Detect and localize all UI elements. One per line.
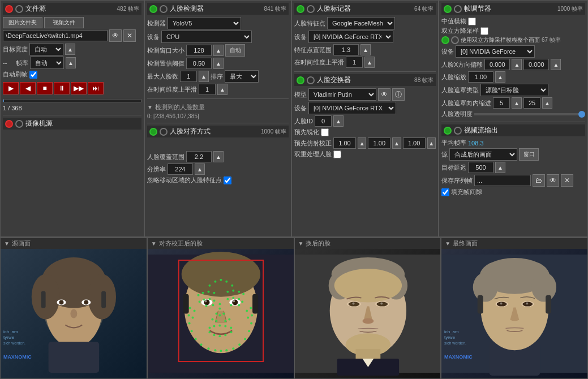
erode-up[interactable]: ▲ <box>512 97 522 109</box>
btn-play[interactable]: ▶ <box>3 82 19 94</box>
source-select[interactable]: 合成后的画面 <box>449 148 517 161</box>
erode-label: 人脸遮罩向内缩进 <box>441 99 491 107</box>
top-panels: 文件源 482 帧率 图片文件夹 视频文件 👁 ✕ 目标宽度 自动 ▲ <box>0 0 588 238</box>
marker-smooth-input[interactable] <box>346 57 363 68</box>
presim-up2[interactable]: ▲ <box>392 137 401 149</box>
marker-range-up[interactable]: ▲ <box>360 44 371 55</box>
window-size-up[interactable]: ▲ <box>213 45 224 56</box>
eye-btn-save[interactable]: 👁 <box>547 174 559 187</box>
power-btn-marker[interactable] <box>297 5 304 13</box>
btn-end[interactable]: ⏭ <box>88 82 104 94</box>
max-faces-input[interactable] <box>180 71 197 82</box>
presim-input3[interactable] <box>403 137 426 149</box>
power-btn-file[interactable] <box>5 5 13 13</box>
marker-smooth-up[interactable]: ▲ <box>364 57 375 68</box>
svg-text:sich werden.: sich werden. <box>444 341 466 345</box>
power-btn-detector[interactable] <box>149 5 157 13</box>
presim-up3[interactable]: ▲ <box>427 137 436 149</box>
face-id-input[interactable] <box>315 115 332 127</box>
btn-next[interactable]: ▶▶ <box>71 82 87 94</box>
x-offset-up[interactable]: ▲ <box>512 59 522 70</box>
blur-input[interactable] <box>523 97 540 109</box>
detected-section[interactable]: ▼ 检测到的人脸数量 <box>147 103 289 111</box>
scale-input[interactable] <box>468 71 493 83</box>
close-btn-save[interactable]: ✕ <box>561 174 573 187</box>
max-faces-up[interactable]: ▲ <box>199 71 209 82</box>
pre-sharpen-checkbox[interactable] <box>321 128 329 136</box>
info-btn-model[interactable]: ⓘ <box>392 88 405 101</box>
adj-device-select[interactable]: [0] NVIDIA GeForce <box>456 45 535 58</box>
power-btn-aligner[interactable] <box>149 128 157 136</box>
y-offset-up[interactable]: ▲ <box>551 59 561 70</box>
dual-proc-checkbox[interactable] <box>333 150 341 158</box>
detector-smooth-input[interactable] <box>199 84 216 95</box>
folder-btn[interactable]: 🗁 <box>533 174 545 187</box>
fps-select[interactable]: 自动 <box>30 57 64 69</box>
swapper-device-select[interactable]: [0] NVIDIA GeForce RTX <box>308 102 396 114</box>
presim-up1[interactable]: ▲ <box>358 137 366 149</box>
face-id-up[interactable]: ▲ <box>333 115 344 127</box>
btn-stop[interactable]: ■ <box>37 82 53 94</box>
detector-smooth-up[interactable]: ▲ <box>217 84 228 95</box>
scale-up[interactable]: ▲ <box>495 71 505 83</box>
window-btn[interactable]: 窗口 <box>519 148 539 161</box>
auto-feed-checkbox[interactable] <box>29 71 37 79</box>
power-btn-camera[interactable] <box>5 120 13 128</box>
ignore-moving-checkbox[interactable] <box>224 176 231 184</box>
tab-video-file[interactable]: 视频文件 <box>44 17 84 28</box>
face-swapper-title: 人脸交换器 <box>317 75 412 85</box>
x-offset-input[interactable] <box>484 59 510 70</box>
target-width-up[interactable]: ▲ <box>65 44 75 55</box>
frame-progress[interactable] <box>3 99 141 102</box>
threshold-up[interactable]: ▲ <box>213 58 224 69</box>
btn-prev[interactable]: ◀ <box>20 82 36 94</box>
bilateral-checkbox[interactable] <box>480 27 488 35</box>
detector-device-select[interactable]: CPU <box>161 31 252 43</box>
presim-input1[interactable] <box>333 137 356 149</box>
model-select[interactable]: Vladimir Putin <box>308 88 376 101</box>
delay-up[interactable]: ▲ <box>495 162 505 173</box>
svg-point-59 <box>224 320 226 322</box>
marker-device-select[interactable]: [0] NVIDIA GeForce RTX 3 <box>308 31 393 43</box>
marker-range-input[interactable] <box>333 44 359 55</box>
save-path-input[interactable] <box>474 175 531 186</box>
window-size-input[interactable] <box>186 45 212 56</box>
resolution-up[interactable]: ▲ <box>195 163 205 175</box>
blur-up[interactable]: ▲ <box>542 97 552 109</box>
landmark-select[interactable]: Google FaceMesh <box>327 17 395 29</box>
median-checkbox[interactable] <box>468 18 476 25</box>
resolution-input[interactable] <box>168 163 193 175</box>
btn-pause[interactable]: ⏸ <box>54 82 70 94</box>
svg-point-80 <box>225 349 228 351</box>
detector-select[interactable]: YoloV5 <box>168 17 241 29</box>
eye-btn-model[interactable]: 👁 <box>378 88 390 101</box>
bilateral-label: 双立方降采样 <box>441 27 479 35</box>
opacity-slider[interactable] <box>474 113 585 115</box>
eye-btn-file[interactable]: 👁 <box>109 29 122 42</box>
delay-input[interactable] <box>468 162 493 173</box>
fps-up[interactable]: ▲ <box>66 57 76 68</box>
presim-input2[interactable] <box>368 137 390 149</box>
file-path-input[interactable] <box>3 30 108 41</box>
power-btn-stream[interactable] <box>444 127 452 135</box>
svg-point-79 <box>220 350 222 352</box>
tab-image-folder[interactable]: 图片文件夹 <box>3 17 42 28</box>
power-btn-adjuster[interactable] <box>444 5 452 13</box>
coverage-input[interactable] <box>186 151 212 162</box>
power-btn-bilateral[interactable] <box>441 36 449 44</box>
power-btn-swapper[interactable] <box>297 76 304 84</box>
pre-sharpen-row: 预先锐化 <box>294 128 436 136</box>
detector-type-row: 检测器 YoloV5 <box>147 17 289 29</box>
svg-text:ich_am: ich_am <box>3 329 18 334</box>
auto-btn-window[interactable]: 自动 <box>225 44 245 57</box>
target-width-select[interactable]: 自动 <box>29 43 63 55</box>
erode-input[interactable] <box>493 97 510 109</box>
close-btn-file[interactable]: ✕ <box>123 29 136 42</box>
fill-frames-checkbox[interactable] <box>441 188 449 196</box>
y-offset-input[interactable] <box>523 59 549 70</box>
threshold-input[interactable] <box>186 58 212 69</box>
sort-select[interactable]: 最大 <box>225 70 259 83</box>
coverage-up[interactable]: ▲ <box>213 151 224 162</box>
mask-type-select[interactable]: 源脸*目标脸 <box>480 84 548 96</box>
svg-point-103 <box>352 303 354 305</box>
